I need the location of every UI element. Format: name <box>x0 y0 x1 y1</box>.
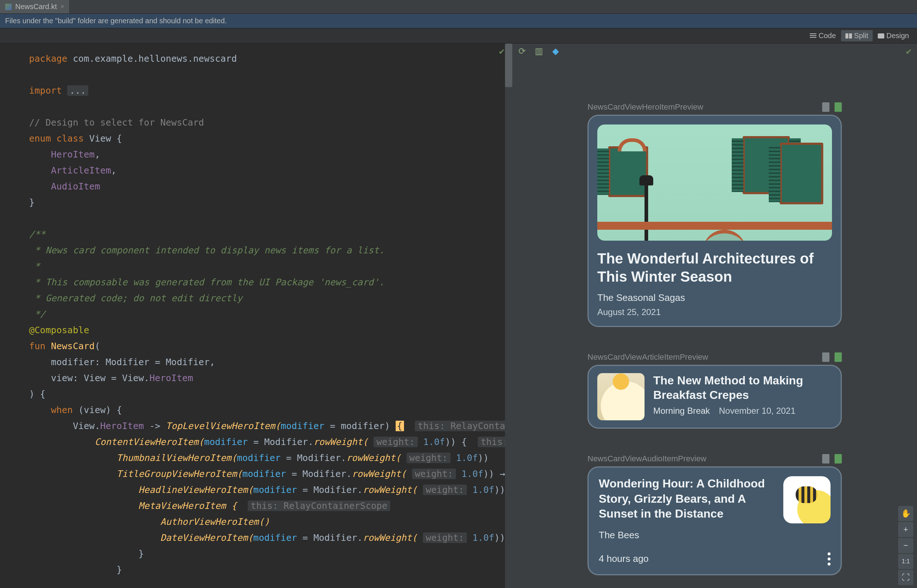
scrollbar-thumb[interactable] <box>505 44 512 87</box>
preview-hero-group: NewsCardViewHeroItemPreview The Wonde <box>588 102 842 327</box>
run-preview-icon[interactable] <box>834 454 842 464</box>
hero-thumbnail <box>597 124 832 241</box>
code-editor[interactable]: ✔ package com.example.hellonews.newscard… <box>0 44 512 588</box>
hero-card[interactable]: The Wonderful Architectures of This Wint… <box>588 115 842 327</box>
more-menu-icon[interactable] <box>828 552 831 565</box>
article-headline: The New Method to Making Breakfast Crepe… <box>653 373 832 402</box>
close-tab-icon[interactable]: × <box>60 3 64 11</box>
kotlin-file-icon <box>5 4 11 10</box>
compose-preview-pane: ⟳ ▥ ◆ ✔ NewsCardViewHeroItemPreview <box>512 44 917 588</box>
layout-inspector-icon[interactable]: ▥ <box>534 47 544 56</box>
refresh-preview-icon[interactable]: ⟳ <box>517 47 527 56</box>
preview-toolbar: ⟳ ▥ ◆ <box>512 44 917 59</box>
audio-time: 4 hours ago <box>599 553 648 564</box>
view-code-button[interactable]: Code <box>805 30 840 41</box>
run-preview-icon[interactable] <box>834 102 842 112</box>
article-date: November 10, 2021 <box>719 406 795 415</box>
preview-audio-label: NewsCardViewAudioItemPreview <box>588 454 706 464</box>
hero-author: The Seasonal Sagas <box>597 292 832 304</box>
audio-thumbnail <box>783 476 831 523</box>
tab-filename: NewsCard.kt <box>15 3 57 11</box>
zoom-out-button[interactable]: − <box>898 538 913 553</box>
hero-date: August 25, 2021 <box>597 307 832 317</box>
run-preview-icon[interactable] <box>834 352 842 362</box>
preview-canvas[interactable]: NewsCardViewHeroItemPreview The Wonde <box>512 59 917 588</box>
layers-icon[interactable]: ◆ <box>551 47 560 56</box>
preview-article-group: NewsCardViewArticleItemPreview The New M… <box>588 352 842 429</box>
view-code-label: Code <box>818 32 836 40</box>
file-tab[interactable]: NewsCard.kt × <box>0 0 70 13</box>
main-split: ✔ package com.example.hellonews.newscard… <box>0 44 917 588</box>
article-source: Morning Break <box>653 406 710 415</box>
editor-scrollbar[interactable] <box>505 44 512 588</box>
audio-author: The Bees <box>599 530 774 541</box>
audio-headline: Wondering Hour: A Childhood Story, Grizz… <box>599 476 774 522</box>
preview-audio-group: NewsCardViewAudioItemPreview Wondering H… <box>588 454 842 575</box>
deploy-device-icon[interactable] <box>822 454 830 464</box>
deploy-device-icon[interactable] <box>822 352 830 362</box>
editor-tabbar: NewsCard.kt × <box>0 0 917 14</box>
view-design-button[interactable]: Design <box>873 30 913 41</box>
editor-view-toggle: Code Split Design <box>0 28 917 44</box>
view-design-label: Design <box>886 32 909 40</box>
preview-hero-label: NewsCardViewHeroItemPreview <box>588 102 703 112</box>
zoom-fit-button[interactable]: ⛶ <box>898 570 913 585</box>
zoom-controls: ✋ + − 1:1 ⛶ <box>898 506 913 585</box>
hero-headline: The Wonderful Architectures of This Wint… <box>597 249 832 286</box>
code-content[interactable]: package com.example.hellonews.newscard i… <box>0 44 512 585</box>
code-lines-icon <box>810 33 817 39</box>
article-thumbnail <box>597 373 645 420</box>
design-icon <box>878 33 884 39</box>
zoom-ratio-button[interactable]: 1:1 <box>898 554 913 569</box>
generated-file-warning: Files under the "build" folder are gener… <box>0 14 917 28</box>
view-split-button[interactable]: Split <box>841 30 873 41</box>
view-split-label: Split <box>854 32 868 40</box>
preview-ok-icon: ✔ <box>906 47 912 57</box>
preview-article-label: NewsCardViewArticleItemPreview <box>588 352 708 362</box>
analysis-ok-icon: ✔ <box>499 47 505 57</box>
article-card[interactable]: The New Method to Making Breakfast Crepe… <box>588 365 842 429</box>
deploy-device-icon[interactable] <box>822 102 830 112</box>
audio-card[interactable]: Wondering Hour: A Childhood Story, Grizz… <box>588 467 842 575</box>
pan-button[interactable]: ✋ <box>898 506 913 521</box>
zoom-in-button[interactable]: + <box>898 522 913 537</box>
split-icon <box>846 33 852 39</box>
